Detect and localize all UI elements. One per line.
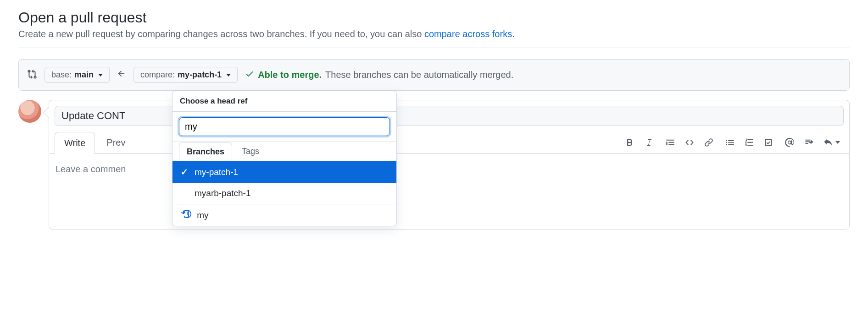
- editor-toolbar: [625, 138, 844, 147]
- link-icon[interactable]: [704, 138, 713, 147]
- branch-name: my-patch-1: [195, 167, 238, 177]
- tab-write[interactable]: Write: [55, 132, 95, 154]
- compare-forks-link[interactable]: compare across forks: [424, 29, 512, 39]
- subtitle-suffix: .: [512, 29, 515, 39]
- history-icon: [181, 210, 191, 220]
- history-item[interactable]: my: [172, 204, 396, 226]
- dropdown-list: ✓ my-patch-1 myarb-patch-1 my: [172, 161, 396, 226]
- merge-status: Able to merge. These branches can be aut…: [245, 69, 513, 81]
- subtitle-text: Create a new pull request by comparing c…: [18, 29, 424, 39]
- compare-branch-button[interactable]: compare: my-patch-1: [134, 67, 238, 83]
- history-query: my: [197, 210, 208, 220]
- check-icon: [245, 69, 254, 81]
- branch-item[interactable]: ✓ my-patch-1: [172, 161, 396, 183]
- dropdown-title: Choose a head ref: [172, 91, 396, 112]
- compare-label: compare:: [140, 70, 175, 80]
- chevron-down-icon: [226, 74, 231, 77]
- editor-tabs: Write Prev: [49, 131, 849, 154]
- code-icon[interactable]: [685, 138, 694, 147]
- italic-icon[interactable]: [645, 138, 654, 147]
- chevron-down-icon: [835, 141, 840, 144]
- tab-branches[interactable]: Branches: [179, 142, 232, 161]
- tab-tags[interactable]: Tags: [234, 142, 267, 161]
- tab-preview[interactable]: Prev: [97, 131, 135, 153]
- comment-box: Write Prev: [49, 100, 850, 230]
- base-branch-button[interactable]: base: main: [45, 67, 110, 83]
- reply-icon[interactable]: [823, 138, 840, 147]
- bold-icon[interactable]: [625, 138, 634, 147]
- page-subtitle: Create a new pull request by comparing c…: [18, 29, 850, 48]
- git-compare-icon: [27, 69, 37, 81]
- head-ref-dropdown: Choose a head ref Branches Tags ✓ my-pat…: [172, 91, 397, 226]
- bullet-list-icon[interactable]: [725, 138, 734, 147]
- merge-detail-text: These branches can be automatically merg…: [325, 70, 513, 80]
- compare-bar: base: main compare: my-patch-1 Able to m…: [18, 59, 850, 91]
- quote-icon[interactable]: [666, 138, 675, 147]
- dropdown-tabs: Branches Tags: [172, 142, 396, 161]
- compare-value: my-patch-1: [178, 70, 222, 80]
- branch-name: myarb-patch-1: [195, 188, 251, 198]
- numbered-list-icon[interactable]: [745, 138, 754, 147]
- page-title: Open a pull request: [18, 9, 850, 26]
- chevron-down-icon: [98, 74, 103, 77]
- mention-icon[interactable]: [785, 138, 794, 147]
- pr-body: Write Prev: [18, 100, 850, 230]
- cross-reference-icon[interactable]: [804, 138, 813, 147]
- avatar: [18, 100, 41, 123]
- base-label: base:: [51, 70, 72, 80]
- base-value: main: [74, 70, 94, 80]
- tasklist-icon[interactable]: [764, 138, 773, 147]
- branch-item[interactable]: myarb-patch-1: [172, 183, 396, 204]
- merge-status-text: Able to merge.: [258, 70, 322, 80]
- arrow-left-icon: [117, 69, 126, 81]
- check-icon: ✓: [181, 167, 189, 177]
- ref-search-input[interactable]: [179, 117, 390, 136]
